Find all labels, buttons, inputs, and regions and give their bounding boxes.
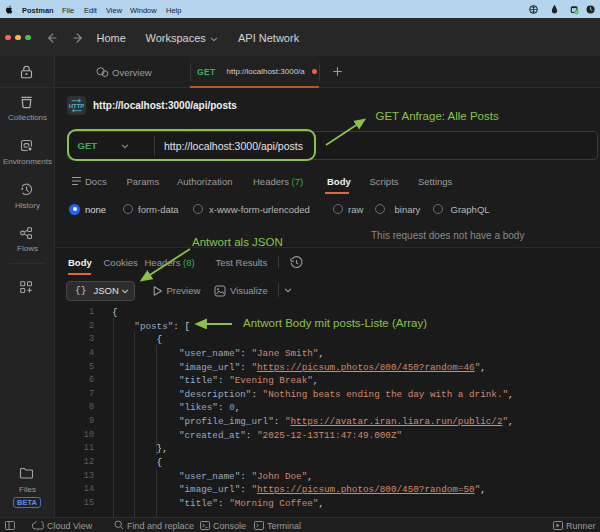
svg-text:HTTP: HTTP <box>69 103 85 109</box>
